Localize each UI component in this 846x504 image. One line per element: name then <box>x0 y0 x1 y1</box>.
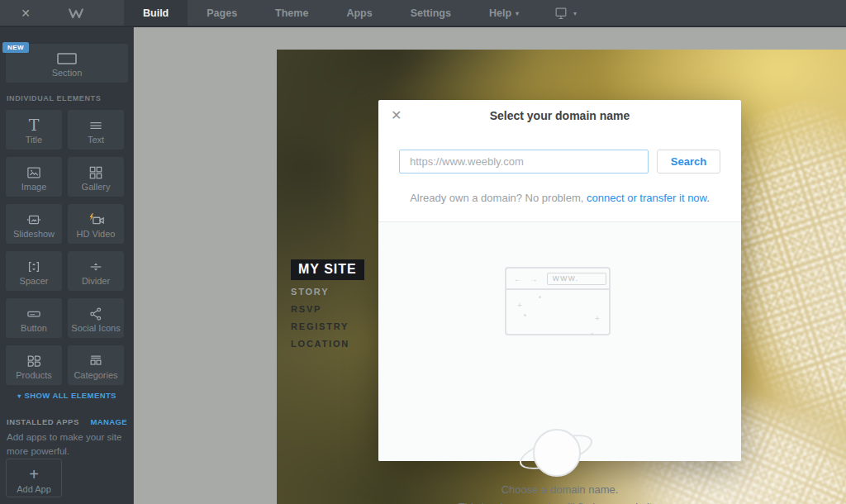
tile-label: Title <box>26 135 42 145</box>
planet-icon <box>533 429 581 477</box>
browser-toolbar: ← → WWW. <box>506 269 609 290</box>
site-nav-item-location[interactable]: LOCATION <box>291 339 349 349</box>
site-nav-item-rsvp[interactable]: RSVP <box>291 304 349 314</box>
tile-label: Section <box>52 68 83 78</box>
elements-grid: T Title Text Image Gallery <box>6 110 124 385</box>
divider-icon <box>87 257 105 276</box>
element-tile-text[interactable]: Text <box>68 110 124 150</box>
title-icon: T <box>29 116 40 135</box>
own-domain-row: Already own a domain? No problem, connec… <box>378 192 741 204</box>
connect-transfer-link[interactable]: connect or transfer it now. <box>587 192 710 204</box>
own-domain-text: Already own a domain? No problem, <box>410 192 587 204</box>
site-nav-item-registry[interactable]: REGISTRY <box>291 321 349 331</box>
tile-label: Products <box>16 370 51 380</box>
tile-label: Button <box>21 323 47 333</box>
element-tile-gallery[interactable]: Gallery <box>68 157 124 197</box>
tile-label: Gallery <box>82 182 111 192</box>
top-bar: ✕ Build Pages Theme Apps Settings Help ▾… <box>0 0 846 27</box>
show-all-elements-link[interactable]: ▾SHOW ALL ELEMENTS <box>0 391 134 400</box>
element-tile-hd-video[interactable]: HD Video <box>68 204 124 244</box>
tab-settings[interactable]: Settings <box>392 0 470 26</box>
text-icon <box>87 116 105 135</box>
chevron-down-icon: ▾ <box>573 10 577 17</box>
new-badge: NEW <box>2 42 29 53</box>
tab-build[interactable]: Build <box>124 0 188 26</box>
tile-label: Categories <box>74 370 117 380</box>
top-nav-tabs: Build Pages Theme Apps Settings Help ▾ <box>124 0 538 26</box>
sparkle-dot <box>524 314 526 316</box>
add-app-tile[interactable]: + Add App <box>6 459 62 497</box>
chevron-down-icon: ▾ <box>516 10 519 17</box>
plus-icon: + <box>29 465 39 484</box>
spacer-icon <box>25 257 43 276</box>
element-tile-title[interactable]: T Title <box>6 110 62 150</box>
back-forward-arrows-icon: ← → <box>514 274 540 283</box>
address-bar: WWW. <box>547 273 606 285</box>
site-brand-logo[interactable]: MY SITE <box>291 259 364 280</box>
caption-line-2: This is where people will find your webs… <box>378 498 741 504</box>
element-tile-products[interactable]: Products <box>6 345 62 385</box>
element-tile-social-icons[interactable]: Social Icons <box>68 298 124 338</box>
search-button[interactable]: Search <box>657 150 720 174</box>
individual-elements-header: INDIVIDUAL ELEMENTS <box>7 94 101 102</box>
manage-apps-link[interactable]: MANAGE <box>90 417 127 426</box>
tile-label: Social Icons <box>71 323 120 333</box>
tab-theme[interactable]: Theme <box>256 0 327 26</box>
tile-label: Spacer <box>20 276 49 286</box>
tile-label: Text <box>88 135 104 145</box>
hd-video-icon <box>85 210 107 229</box>
device-preview-menu[interactable]: ▾ <box>553 0 577 26</box>
sparkle-plus-icon: + <box>595 315 600 323</box>
chevron-down-icon: ▾ <box>17 392 21 400</box>
tab-help[interactable]: Help ▾ <box>470 0 538 26</box>
weebly-logo[interactable] <box>51 0 101 26</box>
select-domain-modal: ✕ Select your domain name Search Already… <box>378 100 741 461</box>
installed-apps-header: INSTALLED APPS <box>7 417 79 426</box>
products-icon <box>24 351 44 370</box>
show-all-elements-label: SHOW ALL ELEMENTS <box>25 391 116 400</box>
categories-icon <box>87 351 105 370</box>
section-icon <box>56 50 78 68</box>
tile-label: Slideshow <box>13 229 55 239</box>
tab-help-label: Help <box>489 7 511 19</box>
site-nav-menu: STORY RSVP REGISTRY LOCATION <box>291 287 349 356</box>
element-tile-button[interactable]: Button <box>6 298 62 338</box>
modal-bottom-section: ← → WWW. + + Choose a domain name. This … <box>378 221 741 461</box>
sparkle-plus-icon: + <box>517 302 522 310</box>
gallery-icon <box>87 163 105 182</box>
slideshow-icon <box>24 210 44 229</box>
tile-label: Image <box>21 182 47 192</box>
close-editor-icon[interactable]: ✕ <box>0 0 51 26</box>
tab-pages[interactable]: Pages <box>188 0 256 26</box>
element-tile-slideshow[interactable]: Slideshow <box>6 204 62 244</box>
tile-label: Divider <box>82 276 110 286</box>
weebly-editor: ✕ Build Pages Theme Apps Settings Help ▾… <box>0 0 846 504</box>
element-tile-divider[interactable]: Divider <box>68 251 124 291</box>
installed-apps-header-row: INSTALLED APPS MANAGE <box>7 417 127 426</box>
element-tile-image[interactable]: Image <box>6 157 62 197</box>
tab-apps[interactable]: Apps <box>327 0 391 26</box>
image-icon <box>25 163 43 182</box>
element-tile-categories[interactable]: Categories <box>68 345 124 385</box>
sparkle-dot <box>539 296 541 298</box>
elements-sidebar: NEW Section INDIVIDUAL ELEMENTS T Title … <box>0 27 134 504</box>
modal-caption: Choose a domain name. This is where peop… <box>378 481 741 504</box>
sparkle-dot <box>591 333 593 335</box>
site-nav-item-story[interactable]: STORY <box>291 287 349 297</box>
button-icon <box>24 304 44 323</box>
caption-line-1: Choose a domain name. <box>378 481 741 498</box>
monitor-icon <box>553 5 569 21</box>
domain-search-input[interactable] <box>399 150 649 174</box>
tile-label: HD Video <box>77 229 116 239</box>
installed-apps-description: Add apps to make your site more powerful… <box>7 430 129 459</box>
modal-title: Select your domain name <box>378 109 741 122</box>
social-icons-icon <box>87 304 105 323</box>
weebly-w-icon <box>66 4 86 22</box>
element-tile-spacer[interactable]: Spacer <box>6 251 62 291</box>
tile-label: Add App <box>17 484 51 494</box>
